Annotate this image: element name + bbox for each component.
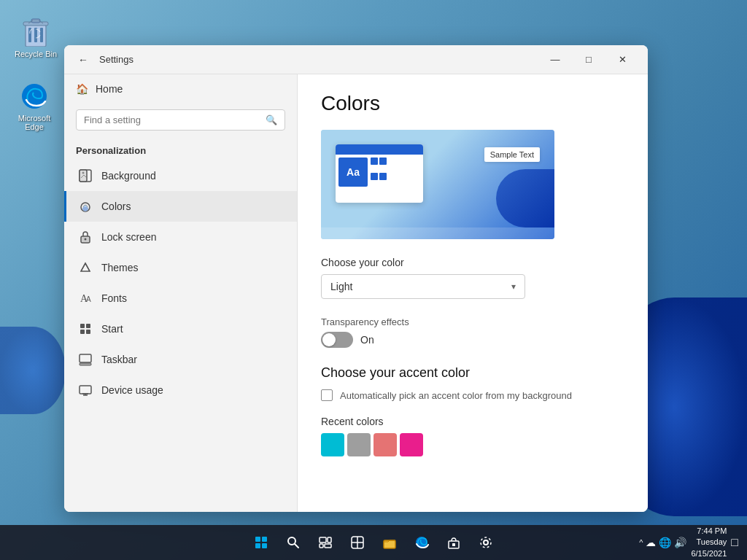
transparency-label: Transparency effects bbox=[321, 316, 624, 327]
sidebar-item-home[interactable]: 🏠 Home bbox=[64, 74, 297, 104]
svg-rect-3 bbox=[40, 28, 43, 42]
sidebar-item-taskbar[interactable]: Taskbar bbox=[64, 344, 297, 375]
svg-rect-33 bbox=[320, 544, 323, 548]
home-icon: 🏠 bbox=[76, 83, 88, 95]
taskbar-btn-start[interactable] bbox=[247, 528, 276, 557]
svg-rect-26 bbox=[262, 537, 267, 542]
taskbar-btn-task-view[interactable] bbox=[311, 528, 340, 557]
search-icon: 🔍 bbox=[266, 114, 277, 125]
recycle-bin-icon bbox=[21, 18, 50, 47]
sidebar-item-themes[interactable]: Themes bbox=[64, 252, 297, 283]
back-button[interactable]: ← bbox=[73, 50, 93, 70]
svg-rect-2 bbox=[34, 28, 37, 42]
sidebar-item-device-usage[interactable]: Device usage bbox=[64, 375, 297, 405]
svg-point-12 bbox=[85, 238, 87, 241]
preview-taskbar bbox=[321, 228, 554, 239]
auto-accent-row: Automatically pick an accent color from … bbox=[321, 389, 624, 401]
themes-icon bbox=[78, 260, 93, 275]
taskbar-btn-widgets[interactable] bbox=[343, 528, 372, 557]
svg-rect-34 bbox=[325, 544, 331, 548]
svg-point-43 bbox=[484, 540, 488, 545]
taskbar-btn-file-explorer[interactable] bbox=[375, 528, 404, 557]
svg-rect-27 bbox=[255, 543, 260, 548]
color-swatch-gray[interactable] bbox=[347, 433, 371, 456]
speaker-icon: 🔊 bbox=[674, 537, 686, 548]
auto-accent-checkbox[interactable] bbox=[321, 389, 333, 401]
sidebar-item-start[interactable]: Start bbox=[64, 314, 297, 344]
desktop-icon-edge[interactable]: Microsoft Edge bbox=[9, 79, 60, 134]
toggle-row: On bbox=[321, 332, 624, 348]
search-box[interactable]: 🔍 bbox=[76, 109, 285, 131]
color-dropdown-value: Light bbox=[330, 281, 352, 292]
taskbar: ^ ☁ 🌐 🔊 7:44 PM Tuesday 6/15/2021 □ bbox=[0, 525, 747, 560]
preview-box: Aa Sample Text bbox=[321, 130, 554, 239]
maximize-button[interactable]: □ bbox=[572, 48, 605, 71]
network-icon: 🌐 bbox=[659, 537, 671, 548]
transparency-on-text: On bbox=[360, 334, 374, 346]
accent-color-title: Choose your accent color bbox=[321, 365, 624, 381]
settings-window: ← Settings — □ ✕ 🏠 Home bbox=[64, 45, 648, 512]
svg-text:A: A bbox=[86, 295, 91, 303]
svg-rect-25 bbox=[255, 537, 260, 542]
taskbar-center bbox=[247, 528, 500, 557]
taskbar-btn-search[interactable] bbox=[279, 528, 308, 557]
taskbar-btn-store[interactable] bbox=[439, 528, 468, 557]
preview-aa: Aa bbox=[338, 158, 368, 187]
desktop-icon-recycle-bin[interactable]: Recycle Bin bbox=[10, 15, 61, 61]
page-title: Colors bbox=[321, 92, 624, 115]
color-swatch-teal[interactable] bbox=[321, 433, 344, 456]
preview-window: Aa bbox=[336, 144, 423, 203]
search-input[interactable] bbox=[84, 114, 260, 125]
clock[interactable]: 7:44 PM Tuesday 6/15/2021 bbox=[691, 526, 727, 559]
main-content: Colors Aa bbox=[298, 74, 648, 512]
svg-rect-42 bbox=[452, 543, 455, 546]
sidebar-item-label-device-usage: Device usage bbox=[101, 384, 163, 396]
sidebar-item-label-fonts: Fonts bbox=[101, 292, 127, 304]
svg-point-44 bbox=[481, 537, 491, 548]
sidebar-item-fonts[interactable]: AAFonts bbox=[64, 283, 297, 314]
sidebar-item-label-lock-screen: Lock screen bbox=[101, 231, 156, 243]
auto-accent-label: Automatically pick an accent color from … bbox=[340, 390, 572, 401]
svg-rect-28 bbox=[262, 543, 267, 548]
taskbar-icon bbox=[78, 352, 93, 367]
dropdown-arrow-icon: ▾ bbox=[511, 281, 516, 292]
systray: ^ ☁ 🌐 🔊 bbox=[639, 537, 686, 548]
sidebar-item-background[interactable]: Background bbox=[64, 160, 297, 191]
recycle-bin-label: Recycle Bin bbox=[15, 50, 57, 58]
preview-sample-text: Sample Text bbox=[484, 147, 540, 162]
color-dropdown[interactable]: Light ▾ bbox=[321, 274, 525, 299]
chevron-up-icon[interactable]: ^ bbox=[639, 538, 643, 547]
svg-rect-16 bbox=[86, 324, 90, 328]
transparency-toggle[interactable] bbox=[321, 332, 353, 348]
desktop: Recycle Bin Microsoft Edge ← Settings — bbox=[0, 0, 747, 560]
taskbar-btn-edge[interactable] bbox=[407, 528, 436, 557]
sidebar: 🏠 Home 🔍 Personalization BackgroundColor… bbox=[64, 74, 298, 512]
cloud-icon: ☁ bbox=[646, 537, 656, 548]
background-icon bbox=[78, 168, 93, 183]
title-bar: ← Settings — □ ✕ bbox=[64, 45, 648, 74]
close-button[interactable]: ✕ bbox=[605, 48, 639, 71]
svg-rect-32 bbox=[328, 537, 331, 542]
minimize-button[interactable]: — bbox=[538, 48, 572, 71]
sidebar-item-label-taskbar: Taskbar bbox=[101, 354, 137, 365]
notification-icon[interactable]: □ bbox=[731, 536, 738, 549]
svg-rect-21 bbox=[80, 386, 91, 394]
sidebar-item-label-background: Background bbox=[101, 170, 156, 182]
clock-date: Tuesday bbox=[691, 537, 727, 548]
color-swatch-salmon[interactable] bbox=[374, 433, 397, 456]
svg-rect-19 bbox=[80, 354, 91, 362]
window-controls: — □ ✕ bbox=[538, 48, 639, 71]
fonts-icon: AA bbox=[78, 291, 93, 306]
sidebar-item-label-start: Start bbox=[101, 323, 123, 335]
sidebar-item-colors[interactable]: Colors bbox=[64, 191, 297, 222]
taskbar-btn-settings-tb[interactable] bbox=[471, 528, 500, 557]
svg-rect-17 bbox=[80, 330, 85, 334]
sidebar-item-lock-screen[interactable]: Lock screen bbox=[64, 222, 297, 252]
toggle-knob bbox=[322, 333, 336, 346]
colors-icon bbox=[78, 199, 93, 214]
edge-icon bbox=[20, 82, 49, 111]
color-swatches bbox=[321, 433, 624, 456]
preview-blue-shape bbox=[496, 169, 554, 228]
clock-time: 7:44 PM bbox=[691, 526, 727, 537]
color-swatch-pink[interactable] bbox=[400, 433, 423, 456]
